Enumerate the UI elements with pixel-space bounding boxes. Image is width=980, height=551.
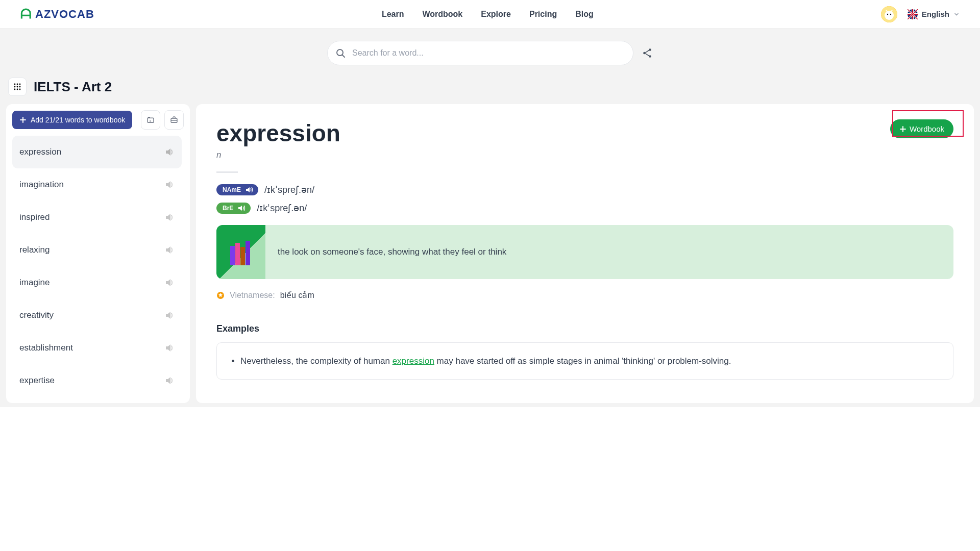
search-icon	[335, 48, 346, 58]
word-item[interactable]: relaxing	[12, 234, 182, 266]
briefcase-icon	[169, 115, 179, 124]
video-button[interactable]	[141, 110, 160, 130]
word-item[interactable]: establishment	[12, 332, 182, 364]
brand-text: AZVOCAB	[35, 8, 94, 21]
svg-point-11	[19, 84, 21, 85]
word-list[interactable]: expressionimaginationinspiredrelaxingima…	[12, 136, 184, 397]
flashcard-button[interactable]	[164, 110, 184, 130]
page-wrap: IELTS - Art 2 Add 21/21 words to wordboo…	[0, 29, 980, 407]
name-label: NAmE	[223, 186, 241, 193]
title-bar: IELTS - Art 2	[2, 69, 978, 104]
word-label: imagine	[19, 278, 50, 288]
nav-blog[interactable]: Blog	[575, 10, 594, 19]
svg-point-3	[890, 13, 891, 14]
uk-flag-icon	[908, 9, 918, 19]
svg-point-10	[17, 84, 18, 85]
nav: Learn Wordbook Explore Pricing Blog	[382, 10, 594, 19]
word-label: relaxing	[19, 245, 50, 255]
bre-badge[interactable]: BrE	[216, 203, 251, 214]
speaker-icon[interactable]	[164, 375, 175, 386]
svg-point-16	[17, 89, 18, 90]
word-title: expression	[216, 119, 340, 147]
speaker-icon	[245, 186, 253, 194]
logo-icon: ᗩ	[20, 6, 32, 22]
word-label: establishment	[19, 343, 73, 353]
translation-row: Vietnamese: biểu cảm	[216, 290, 953, 300]
svg-rect-22	[240, 247, 245, 265]
star-icon	[216, 291, 225, 299]
nav-explore[interactable]: Explore	[481, 10, 511, 19]
main: Add 21/21 words to wordbook expressionim…	[2, 104, 978, 403]
definition-text: the look on someone's face, showing what…	[278, 247, 506, 257]
header-right: English	[881, 6, 960, 22]
svg-rect-21	[235, 243, 240, 265]
word-label: expertise	[19, 375, 55, 386]
header: ᗩ AZVOCAB Learn Wordbook Explore Pricing…	[0, 0, 980, 29]
logo[interactable]: ᗩ AZVOCAB	[20, 6, 94, 22]
name-badge[interactable]: NAmE	[216, 184, 258, 195]
svg-point-15	[14, 89, 16, 90]
svg-point-2	[887, 13, 888, 14]
plus-icon	[899, 126, 906, 133]
word-label: expression	[19, 147, 61, 157]
word-item[interactable]: inspired	[12, 201, 182, 234]
search-row	[2, 29, 978, 69]
bre-label: BrE	[223, 205, 233, 212]
speaker-icon[interactable]	[164, 147, 175, 157]
word-item[interactable]: imagine	[12, 266, 182, 299]
video-icon	[146, 115, 155, 124]
svg-point-1	[885, 11, 894, 20]
wordbook-label: Wordbook	[910, 124, 944, 133]
sidebar: Add 21/21 words to wordbook expressionim…	[6, 104, 190, 403]
search-input[interactable]	[327, 41, 633, 65]
language-label: English	[922, 10, 949, 18]
word-label: creativity	[19, 310, 54, 320]
svg-point-5	[337, 49, 343, 56]
divider	[216, 171, 238, 173]
search-box	[327, 41, 633, 65]
word-item[interactable]: creativity	[12, 299, 182, 332]
example-box: Nevertheless, the complexity of human ex…	[216, 342, 953, 380]
svg-rect-18	[148, 118, 154, 122]
name-ipa: /ɪkˈspreʃ.ən/	[264, 184, 314, 195]
speaker-icon[interactable]	[164, 245, 175, 255]
svg-point-9	[14, 84, 16, 85]
example-keyword: expression	[393, 356, 434, 366]
pronunciation-name: NAmE /ɪkˈspreʃ.ən/	[216, 184, 953, 195]
nav-wordbook[interactable]: Wordbook	[422, 10, 462, 19]
speaker-icon[interactable]	[164, 343, 175, 353]
svg-point-12	[14, 86, 16, 88]
word-label: inspired	[19, 212, 50, 222]
add-to-wordbook-button[interactable]: Wordbook	[890, 119, 953, 138]
grid-icon	[13, 83, 21, 91]
bre-ipa: /ɪkˈspreʃ.ən/	[257, 203, 307, 214]
add-words-label: Add 21/21 words to wordbook	[31, 116, 125, 124]
word-item[interactable]: expression	[12, 136, 182, 168]
sidebar-top: Add 21/21 words to wordbook	[12, 110, 184, 130]
example-pre: Nevertheless, the complexity of human	[240, 356, 393, 366]
speaker-icon[interactable]	[164, 278, 175, 288]
nav-pricing[interactable]: Pricing	[529, 10, 557, 19]
word-item[interactable]: expertise	[12, 364, 182, 397]
speaker-icon	[237, 204, 246, 212]
detail-panel: expression n Wordbook NAmE /ɪkˈspreʃ.ən/…	[196, 104, 974, 403]
example-item: Nevertheless, the complexity of human ex…	[240, 354, 940, 368]
svg-rect-23	[246, 241, 250, 265]
word-label: imagination	[19, 180, 64, 190]
speaker-icon[interactable]	[164, 212, 175, 222]
books-illustration	[216, 225, 265, 279]
svg-point-13	[17, 86, 18, 88]
word-item[interactable]: imagination	[12, 168, 182, 201]
speaker-icon[interactable]	[164, 180, 175, 190]
add-words-button[interactable]: Add 21/21 words to wordbook	[12, 111, 132, 129]
part-of-speech: n	[216, 150, 340, 160]
svg-rect-20	[230, 246, 235, 265]
avatar[interactable]	[881, 6, 897, 22]
nav-learn[interactable]: Learn	[382, 10, 404, 19]
grid-menu-button[interactable]	[8, 78, 27, 96]
chevron-down-icon	[953, 11, 960, 17]
share-icon[interactable]	[642, 47, 653, 59]
speaker-icon[interactable]	[164, 310, 175, 320]
examples-section: Examples Nevertheless, the complexity of…	[216, 323, 953, 380]
language-selector[interactable]: English	[908, 9, 960, 19]
